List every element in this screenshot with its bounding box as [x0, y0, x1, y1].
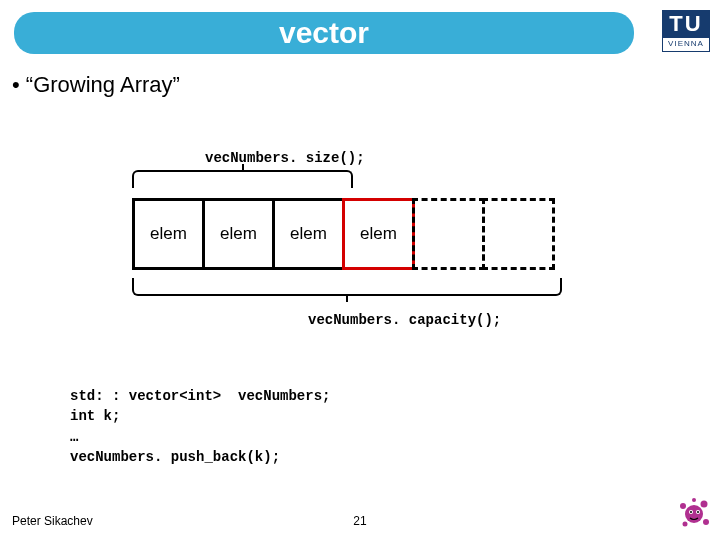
vector-diagram: elem elem elem elem [132, 170, 572, 300]
footer-page: 21 [353, 514, 366, 528]
svg-point-1 [680, 503, 686, 509]
cell-3: elem [342, 198, 415, 270]
logo-top: TU [662, 10, 710, 38]
svg-point-8 [690, 511, 692, 513]
code-line-4: vecNumbers. push_back(k); [70, 449, 280, 465]
footer-author: Peter Sikachev [12, 514, 93, 528]
splat-icon [676, 496, 712, 532]
cell-1: elem [202, 198, 275, 270]
cell-2: elem [272, 198, 345, 270]
svg-point-2 [701, 501, 708, 508]
code-block: std: : vector<int> vecNumbers; int k; … … [70, 386, 330, 467]
brace-top [132, 170, 353, 188]
svg-point-4 [683, 522, 688, 527]
code-line-1: std: : vector<int> vecNumbers; [70, 388, 330, 404]
capacity-label: vecNumbers. capacity(); [308, 312, 501, 328]
size-label: vecNumbers. size(); [205, 150, 365, 166]
code-line-2: int k; [70, 408, 120, 424]
cell-4 [412, 198, 485, 270]
logo-bottom: VIENNA [662, 38, 710, 52]
slide-title: vector [279, 16, 369, 50]
title-bar: vector [14, 12, 634, 54]
code-line-3: … [70, 429, 78, 445]
svg-point-5 [692, 498, 696, 502]
svg-point-0 [685, 505, 703, 523]
tu-vienna-logo: TU VIENNA [662, 10, 710, 58]
svg-point-9 [697, 511, 699, 513]
bullet-heading: • “Growing Array” [12, 72, 180, 98]
cell-0: elem [132, 198, 205, 270]
brace-bottom [132, 278, 562, 296]
cell-5 [482, 198, 555, 270]
svg-point-3 [703, 519, 709, 525]
cells: elem elem elem elem [132, 198, 555, 270]
